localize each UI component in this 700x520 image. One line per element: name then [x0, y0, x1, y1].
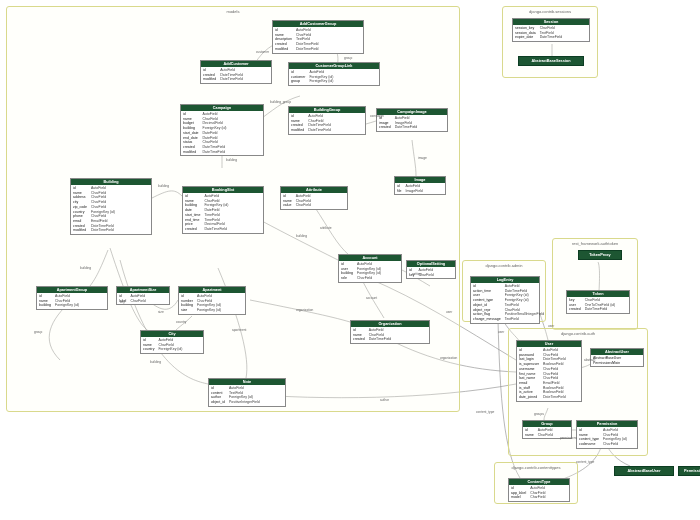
entity-body: idnamecreatedAutoFieldCharFieldDateTimeF…	[351, 327, 429, 343]
field-name: country	[143, 347, 154, 352]
field-name: group	[291, 79, 305, 84]
entity-Building: Buildingidnameaddresscityzip_codecountry…	[70, 178, 152, 235]
module-label: models	[227, 9, 240, 14]
module-label: django.contrib.auth	[561, 331, 595, 336]
field-type: TextField	[505, 317, 545, 322]
entity-body: idpasswordlast_loginis_superuserusername…	[517, 347, 581, 401]
entity-body: session_keysession_dataexpire_dateCharFi…	[513, 25, 589, 41]
entity-Session: Sessionsession_keysession_dataexpire_dat…	[512, 18, 590, 42]
field-type: ForeignKey (id)	[158, 347, 182, 352]
field-name: modified	[275, 47, 292, 52]
field-name: created	[185, 227, 200, 232]
field-type: DateTimeField	[543, 395, 566, 400]
field-type: CharField	[538, 433, 553, 438]
entity-body: idcontentauthorobject_idAutoFieldTextFie…	[209, 385, 285, 406]
entity-User: Useridpasswordlast_loginis_superuseruser…	[516, 340, 582, 402]
field-type: CharField	[357, 276, 381, 281]
field-type: CharField	[530, 495, 545, 500]
field-name: object_id	[211, 400, 225, 405]
field-name: expire_date	[515, 35, 536, 40]
entity-ContentType: ContentTypeidapp_labelmodelAutoFieldChar…	[508, 478, 570, 502]
entity-body: idnameAutoFieldCharField	[523, 427, 571, 438]
entity-PermissionsMixin: PermissionsMixin	[678, 466, 700, 476]
field-type: ImageField	[405, 189, 422, 194]
entity-body: idnamebuildingdatestart_timeend_timepric…	[183, 193, 263, 233]
entity-body: idnamevalueAutoFieldCharFieldCharField	[281, 193, 347, 209]
field-name: created	[569, 307, 581, 312]
field-name: created	[353, 337, 365, 342]
entity-body: idnamebuildingAutoFieldCharFieldForeignK…	[37, 293, 107, 309]
edge-label: user	[498, 330, 504, 334]
entity-Campaign: Campaignidnamebudgetbuildingstart_dateen…	[180, 104, 264, 156]
field-name: date_joined	[519, 395, 539, 400]
entity-Attribute: AttributeidnamevalueAutoFieldCharFieldCh…	[280, 186, 348, 210]
field-name: size	[181, 308, 193, 313]
entity-body: idapp_labelmodelAutoFieldCharFieldCharFi…	[509, 485, 569, 501]
entity-CustomerGroupLink: CustomerGroupLinkidcustomergroupAutoFiel…	[288, 62, 380, 86]
entity-body: idnamedescriptioncreatedmodifiedAutoFiel…	[273, 27, 363, 53]
field-name: PermissionsMixin	[593, 361, 621, 366]
entity-body: AbstractBaseUserPermissionsMixin	[591, 355, 643, 366]
field-name: modified	[203, 77, 216, 82]
entity-body: idimagecreatedAutoFieldImageFieldDateTim…	[377, 115, 447, 131]
entity-OptionalSetting: OptionalSettingidkeyAutoFieldCharField	[406, 260, 456, 279]
entity-Apartment: ApartmentidnumberbuildingsizeAutoFieldCh…	[178, 286, 246, 315]
field-type: DateTimeField	[296, 47, 319, 52]
entity-AbstractUser: AbstractUserAbstractBaseUserPermissionsM…	[590, 348, 644, 367]
field-name: label	[119, 299, 126, 304]
entity-body: idnumberbuildingsizeAutoFieldCharFieldFo…	[179, 293, 245, 314]
field-type: DateTimeField	[395, 125, 418, 130]
entity-ApartmentSize: ApartmentSizeidlabelAutoFieldCharField	[116, 286, 170, 305]
field-type: DateTimeField	[540, 35, 563, 40]
field-type: DateTimeField	[585, 307, 616, 312]
field-type: CharField	[130, 299, 145, 304]
field-name: change_message	[473, 317, 501, 322]
entity-Account: AccountiduserbuildingroleAutoFieldForeig…	[338, 254, 402, 283]
field-type: ForeignKey (id)	[55, 303, 79, 308]
field-type: ForeignKey (id)	[309, 79, 333, 84]
module-label: django.contrib.contenttypes	[512, 465, 561, 470]
entity-BuildingGroup: BuildingGroupidnamecreatedmodifiedAutoFi…	[288, 106, 366, 135]
entity-AbstractBaseSession: AbstractBaseSession	[518, 56, 584, 66]
field-name: modified	[73, 228, 87, 233]
entity-Group: GroupidnameAutoFieldCharField	[522, 420, 572, 439]
field-type: DateTimeField	[369, 337, 392, 342]
entity-body: iduserbuildingroleAutoFieldForeignKey (i…	[339, 261, 401, 282]
field-name: file	[397, 189, 401, 194]
entity-Permission: Permissionidnamecontent_typecodenameAuto…	[576, 420, 638, 449]
field-name: model	[511, 495, 526, 500]
field-name: modified	[183, 150, 199, 155]
entity-body: idnamecreatedmodifiedAutoFieldCharFieldD…	[289, 113, 365, 134]
entity-body: idfileAutoFieldImageField	[395, 183, 445, 194]
edge-label: content_type	[476, 410, 494, 414]
entity-Token: TokenkeyusercreatedCharFieldOneToOneFiel…	[566, 290, 630, 314]
entity-body: keyusercreatedCharFieldOneToOneField (id…	[567, 297, 629, 313]
entity-ApartmentGroup: ApartmentGroupidnamebuildingAutoFieldCha…	[36, 286, 108, 310]
field-type: DateTimeField	[220, 77, 243, 82]
entity-Organization: OrganizationidnamecreatedAutoFieldCharFi…	[350, 320, 430, 344]
entity-Image: ImageidfileAutoFieldImageField	[394, 176, 446, 195]
entity-LogEntry: LogEntryidaction_timeusercontent_typeobj…	[470, 276, 540, 324]
entity-AddCustomerGroup: AddCustomerGroupidnamedescriptioncreated…	[272, 20, 364, 54]
field-name: role	[341, 276, 353, 281]
field-name: created	[379, 125, 391, 130]
entity-AbstractBaseUser: AbstractBaseUser	[614, 466, 674, 476]
entity-body: idnameaddresscityzip_codecountryphoneema…	[71, 185, 151, 234]
entity-body: idcreatedmodifiedAutoFieldDateTimeFieldD…	[201, 67, 271, 83]
field-name: key	[409, 273, 414, 278]
entity-body: idkeyAutoFieldCharField	[407, 267, 455, 278]
field-type: DateTimeField	[203, 150, 227, 155]
field-name: name	[525, 433, 534, 438]
entity-Note: Noteidcontentauthorobject_idAutoFieldTex…	[208, 378, 286, 407]
entity-body: idnamecountryAutoFieldCharFieldForeignKe…	[141, 337, 203, 353]
entity-body: idcustomergroupAutoFieldForeignKey (id)F…	[289, 69, 379, 85]
module-label: django.contrib.admin	[485, 263, 522, 268]
entity-body: idlabelAutoFieldCharField	[117, 293, 169, 304]
field-name: building	[39, 303, 51, 308]
entity-body: idnamecontent_typecodenameAutoFieldCharF…	[577, 427, 637, 448]
entity-AddCustomer: AddCustomeridcreatedmodifiedAutoFieldDat…	[200, 60, 272, 84]
field-type: DateTimeField	[204, 227, 228, 232]
entity-body: idnamebudgetbuildingstart_dateend_datest…	[181, 111, 263, 155]
entity-BookingSlot: BookingSlotidnamebuildingdatestart_timee…	[182, 186, 264, 234]
entity-City: CityidnamecountryAutoFieldCharFieldForei…	[140, 330, 204, 354]
